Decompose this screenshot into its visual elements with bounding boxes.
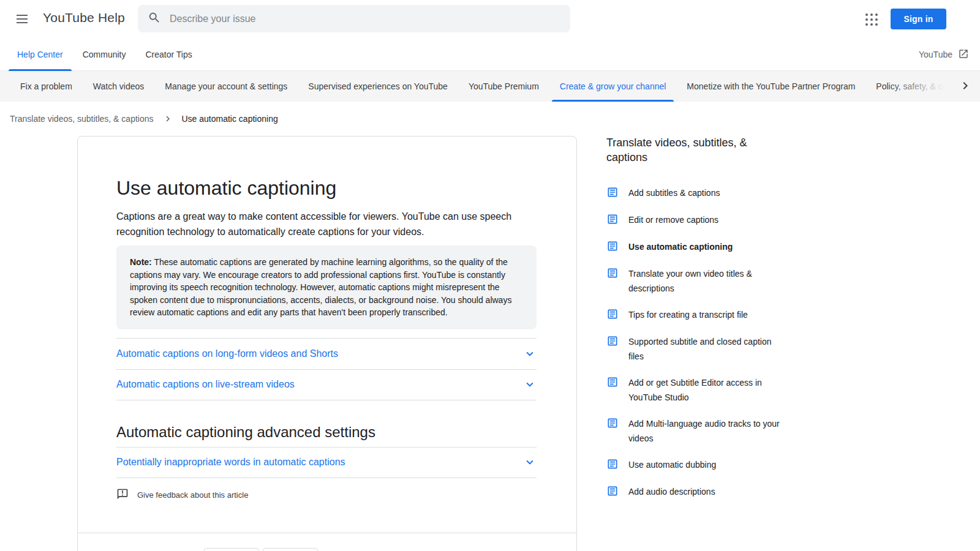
note-label: Note: xyxy=(130,257,152,267)
category-tab[interactable]: Supervised experiences on YouTube xyxy=(298,71,458,102)
sidebar-article-link[interactable]: Add audio descriptions xyxy=(606,479,784,506)
advanced-expander-list: Potentially inappropriate words in autom… xyxy=(116,447,537,478)
category-tab-label: Policy, safety, & copyright xyxy=(876,81,956,91)
sidebar-article-link[interactable]: Use automatic captioning xyxy=(606,234,784,261)
article-intro: Captions are a great way to make content… xyxy=(116,209,521,239)
article-icon xyxy=(606,266,619,296)
helpful-no-button[interactable] xyxy=(263,548,318,551)
expander-label: Automatic captions on live-stream videos xyxy=(116,379,295,390)
helpful-buttons xyxy=(204,548,318,551)
sidebar-article-link[interactable]: Add or get Subtitle Editor access in You… xyxy=(606,370,784,411)
sidebar-article-link[interactable]: Use automatic dubbing xyxy=(606,452,784,479)
subnav-tab[interactable]: Help Center xyxy=(7,38,73,71)
sidebar-list: Add subtitles & captions Edit or remove … xyxy=(606,180,784,506)
chevron-right-icon xyxy=(162,113,173,124)
search-icon xyxy=(148,11,161,27)
expander-row[interactable]: Potentially inappropriate words in autom… xyxy=(116,447,537,478)
helpful-section: Was this helpful? xyxy=(78,533,576,551)
category-tab[interactable]: Watch videos xyxy=(83,71,155,102)
related-articles-sidebar: Translate videos, subtitles, & captions … xyxy=(606,135,784,506)
category-tab-label: Create & grow your channel xyxy=(560,81,666,91)
chevron-down-icon xyxy=(523,347,537,361)
sidebar-article-label: Supported subtitle and closed caption fi… xyxy=(628,334,784,364)
category-tab[interactable]: Fix a problem xyxy=(10,71,83,102)
chevron-right-icon xyxy=(958,78,973,93)
category-items: Fix a problem Watch videos Manage your a… xyxy=(0,71,956,102)
open-in-new-icon xyxy=(958,48,969,61)
chevron-down-icon xyxy=(523,455,537,469)
app-logo[interactable]: YouTube Help xyxy=(43,10,125,25)
sidebar-article-link[interactable]: Add Multi-language audio tracks to your … xyxy=(606,411,784,452)
sidebar-article-link[interactable]: Tips for creating a transcript file xyxy=(606,302,784,329)
subnav-tab-label: Help Center xyxy=(17,50,63,59)
article-icon xyxy=(606,416,619,446)
sign-in-button[interactable]: Sign in xyxy=(891,9,946,29)
category-nav: Fix a problem Watch videos Manage your a… xyxy=(0,71,980,102)
category-tab[interactable]: YouTube Premium xyxy=(458,71,549,102)
sidebar-article-label: Edit or remove captions xyxy=(628,212,718,228)
helpful-yes-button[interactable] xyxy=(204,548,259,551)
category-tab-label: YouTube Premium xyxy=(469,81,539,91)
sidebar-article-label: Add subtitles & captions xyxy=(628,186,720,201)
search-bar[interactable] xyxy=(138,5,570,32)
sidebar-article-label: Use automatic captioning xyxy=(628,239,733,255)
subnav-tabs: Help Center Community Creator Tips xyxy=(7,38,202,71)
article-icon xyxy=(606,307,619,323)
chevron-down-icon xyxy=(523,378,537,391)
categories-scroll-right-button[interactable] xyxy=(956,77,975,96)
advanced-settings-heading: Automatic captioning advanced settings xyxy=(116,423,537,441)
article-icon xyxy=(606,212,619,228)
article-icon xyxy=(606,334,619,364)
category-tab-label: Monetize with the YouTube Partner Progra… xyxy=(687,81,855,91)
article-icon xyxy=(606,484,619,500)
subnav-tab[interactable]: Community xyxy=(73,38,136,71)
subnav-tab[interactable]: Creator Tips xyxy=(136,38,202,71)
expander-label: Automatic captions on long-form videos a… xyxy=(116,348,338,359)
youtube-link-label: YouTube xyxy=(919,50,952,59)
category-tab-label: Fix a problem xyxy=(20,81,72,91)
feedback-label: Give feedback about this article xyxy=(137,490,248,500)
hamburger-menu-icon[interactable] xyxy=(13,10,31,28)
search-input[interactable] xyxy=(170,13,560,24)
sidebar-heading: Translate videos, subtitles, & captions xyxy=(606,135,784,165)
article-icon xyxy=(606,186,619,201)
sidebar-article-link[interactable]: Edit or remove captions xyxy=(606,207,784,234)
expander-list: Automatic captions on long-form videos a… xyxy=(116,338,537,400)
category-tab[interactable]: Policy, safety, & copyright xyxy=(865,71,956,102)
expander-row[interactable]: Automatic captions on live-stream videos xyxy=(116,369,537,400)
youtube-external-link[interactable]: YouTube xyxy=(919,38,969,71)
sidebar-article-label: Translate your own video titles & descri… xyxy=(628,266,784,296)
article-icon xyxy=(606,239,619,255)
give-feedback-link[interactable]: Give feedback about this article xyxy=(116,488,537,503)
article-icon xyxy=(606,457,619,473)
category-tab[interactable]: Manage your account & settings xyxy=(154,71,298,102)
expander-label: Potentially inappropriate words in autom… xyxy=(116,457,345,468)
category-tab-label: Manage your account & settings xyxy=(165,81,287,91)
sidebar-article-label: Use automatic dubbing xyxy=(628,457,716,473)
secondary-nav: Help Center Community Creator Tips YouTu… xyxy=(0,38,980,71)
article-title: Use automatic captioning xyxy=(116,176,537,200)
article-icon xyxy=(606,375,619,405)
category-tab-label: Watch videos xyxy=(93,81,145,91)
subnav-tab-label: Community xyxy=(83,50,126,59)
category-tab[interactable]: Monetize with the YouTube Partner Progra… xyxy=(676,71,865,102)
category-tab[interactable]: Create & grow your channel xyxy=(549,71,677,102)
sidebar-article-label: Add or get Subtitle Editor access in You… xyxy=(628,375,784,405)
sidebar-article-label: Add audio descriptions xyxy=(628,484,715,500)
breadcrumb-current: Use automatic captioning xyxy=(182,114,278,124)
app-header: YouTube Help Sign in xyxy=(0,0,980,38)
sidebar-article-link[interactable]: Supported subtitle and closed caption fi… xyxy=(606,329,784,370)
note-box: Note: These automatic captions are gener… xyxy=(116,246,537,329)
breadcrumb: Translate videos, subtitles, & captions … xyxy=(10,109,278,129)
feedback-icon xyxy=(116,488,129,503)
sidebar-article-link[interactable]: Translate your own video titles & descri… xyxy=(606,261,784,302)
sidebar-article-link[interactable]: Add subtitles & captions xyxy=(606,180,784,207)
category-tab-label: Supervised experiences on YouTube xyxy=(308,81,448,91)
article-card: Use automatic captioning Captions are a … xyxy=(77,136,577,551)
google-apps-icon[interactable] xyxy=(862,10,881,29)
subnav-tab-label: Creator Tips xyxy=(146,50,192,59)
expander-row[interactable]: Automatic captions on long-form videos a… xyxy=(116,338,537,369)
sidebar-article-label: Add Multi-language audio tracks to your … xyxy=(628,416,784,446)
sidebar-article-label: Tips for creating a transcript file xyxy=(628,307,748,323)
breadcrumb-parent-link[interactable]: Translate videos, subtitles, & captions xyxy=(10,114,154,124)
